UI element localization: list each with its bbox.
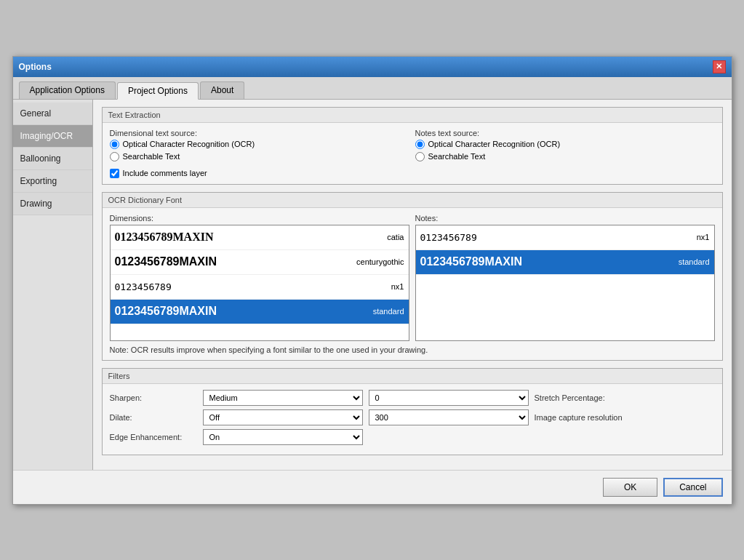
dimensions-font-group: Dimensions: 0123456789MAXIN catia 012345… bbox=[110, 214, 409, 341]
dimensional-searchable-label: Searchable Text bbox=[123, 152, 180, 161]
content-area: General Imaging/OCR Ballooning Exporting… bbox=[13, 100, 732, 470]
notes-font-nx1-name: nx1 bbox=[697, 233, 710, 241]
ocr-dictionary-title: OCR Dictionary Font bbox=[103, 193, 722, 208]
dialog-title: Options bbox=[19, 62, 52, 72]
sidebar-item-general[interactable]: General bbox=[13, 103, 92, 125]
dim-font-centurygothic[interactable]: 0123456789MAXIN centurygothic bbox=[111, 250, 409, 275]
notes-source-label: Notes text source: bbox=[415, 129, 715, 137]
notes-ocr-row: Optical Character Recognition (OCR) bbox=[415, 140, 715, 149]
dilate-label: Dilate: bbox=[110, 413, 197, 422]
dimensional-ocr-radio[interactable] bbox=[110, 140, 119, 149]
edge-select[interactable]: On Off bbox=[203, 429, 363, 445]
ocr-dictionary-content: Dimensions: 0123456789MAXIN catia 012345… bbox=[103, 208, 722, 360]
dim-font-catia-name: catia bbox=[387, 233, 404, 241]
title-bar: Options ✕ bbox=[13, 57, 732, 77]
edge-row: Edge Enhancement: On Off bbox=[110, 429, 715, 445]
notes-searchable-label: Searchable Text bbox=[428, 152, 486, 161]
notes-font-nx1[interactable]: 0123456789 nx1 bbox=[416, 225, 714, 250]
main-panel: Text Extraction Dimensional text source:… bbox=[93, 100, 732, 470]
notes-font-standard[interactable]: 0123456789MAXIN standard bbox=[416, 250, 714, 275]
tab-application[interactable]: Application Options bbox=[19, 81, 116, 99]
dim-font-centurygothic-name: centurygothic bbox=[356, 257, 404, 266]
ocr-dict-grid: Dimensions: 0123456789MAXIN catia 012345… bbox=[110, 214, 715, 341]
sidebar-item-ballooning[interactable]: Ballooning bbox=[13, 148, 92, 170]
edge-label: Edge Enhancement: bbox=[110, 433, 197, 441]
text-extraction-content: Dimensional text source: Optical Charact… bbox=[103, 123, 722, 184]
include-comments-label: Include comments layer bbox=[123, 169, 207, 177]
dim-font-standard[interactable]: 0123456789MAXIN standard bbox=[111, 300, 409, 324]
dim-font-catia-preview: 0123456789MAXIN bbox=[115, 231, 214, 244]
sidebar-item-imaging[interactable]: Imaging/OCR bbox=[13, 125, 92, 148]
dimensional-searchable-radio[interactable] bbox=[110, 152, 119, 161]
resolution-label: Image capture resolution bbox=[535, 413, 623, 422]
notes-font-group: Notes: 0123456789 nx1 0123456789MAXIN st… bbox=[415, 214, 715, 341]
notes-font-nx1-preview: 0123456789 bbox=[420, 232, 477, 243]
tab-project[interactable]: Project Options bbox=[117, 82, 199, 100]
tab-about[interactable]: About bbox=[200, 81, 244, 99]
sidebar: General Imaging/OCR Ballooning Exporting… bbox=[13, 100, 93, 470]
notes-ocr-radio[interactable] bbox=[415, 140, 425, 149]
include-comments-row: Include comments layer bbox=[110, 169, 715, 178]
dimensional-label: Dimensional text source: bbox=[110, 129, 409, 137]
notes-ocr-label: Optical Character Recognition (OCR) bbox=[428, 140, 561, 148]
notes-font-standard-name: standard bbox=[679, 257, 710, 266]
cancel-button[interactable]: Cancel bbox=[663, 478, 722, 497]
filters-content: Sharpen: Medium Low High Off 0 Stretch P… bbox=[103, 384, 722, 455]
dimensional-ocr-row: Optical Character Recognition (OCR) bbox=[110, 140, 409, 149]
bottom-bar: OK Cancel bbox=[13, 470, 732, 504]
sidebar-item-drawing[interactable]: Drawing bbox=[13, 193, 92, 215]
sharpen-select[interactable]: Medium Low High Off bbox=[203, 390, 363, 406]
dim-font-catia[interactable]: 0123456789MAXIN catia bbox=[111, 225, 409, 250]
dimensions-font-label: Dimensions: bbox=[110, 214, 409, 223]
dimensional-ocr-label: Optical Character Recognition (OCR) bbox=[123, 140, 255, 148]
include-comments-checkbox[interactable] bbox=[110, 169, 119, 178]
dim-font-centurygothic-preview: 0123456789MAXIN bbox=[115, 255, 217, 268]
ocr-note: Note: OCR results improve when specifyin… bbox=[110, 345, 715, 354]
dilate-select[interactable]: Off Low Medium High bbox=[203, 409, 363, 425]
notes-searchable-radio[interactable] bbox=[415, 152, 425, 161]
dimensional-searchable-row: Searchable Text bbox=[110, 152, 409, 161]
options-dialog: Options ✕ Application Options Project Op… bbox=[12, 56, 732, 505]
filters-title: Filters bbox=[103, 369, 722, 384]
stretch-label: Stretch Percentage: bbox=[535, 393, 605, 402]
sharpen-label: Sharpen: bbox=[110, 393, 197, 402]
notes-font-label: Notes: bbox=[415, 214, 715, 223]
dilate-row: Dilate: Off Low Medium High 300 Image ca… bbox=[110, 409, 715, 425]
text-extraction-title: Text Extraction bbox=[103, 108, 722, 123]
dim-font-standard-preview: 0123456789MAXIN bbox=[115, 305, 217, 318]
close-button[interactable]: ✕ bbox=[713, 60, 726, 73]
dim-font-standard-name: standard bbox=[373, 307, 404, 316]
filters-section: Filters Sharpen: Medium Low High Off 0 bbox=[102, 368, 723, 455]
ocr-dictionary-section: OCR Dictionary Font Dimensions: 01234567… bbox=[102, 192, 723, 361]
notes-group: Notes text source: Optical Character Rec… bbox=[415, 129, 715, 164]
dimensions-font-list[interactable]: 0123456789MAXIN catia 0123456789MAXIN ce… bbox=[110, 225, 409, 341]
text-extraction-section: Text Extraction Dimensional text source:… bbox=[102, 107, 723, 185]
text-extraction-grid: Dimensional text source: Optical Charact… bbox=[110, 129, 715, 164]
sidebar-item-exporting[interactable]: Exporting bbox=[13, 170, 92, 193]
sharpen-value-select[interactable]: 0 bbox=[369, 390, 529, 406]
sharpen-row: Sharpen: Medium Low High Off 0 Stretch P… bbox=[110, 390, 715, 406]
ok-button[interactable]: OK bbox=[603, 478, 657, 497]
notes-font-list[interactable]: 0123456789 nx1 0123456789MAXIN standard bbox=[415, 225, 715, 341]
dimensional-group: Dimensional text source: Optical Charact… bbox=[110, 129, 409, 164]
tabs-row: Application Options Project Options Abou… bbox=[13, 77, 732, 100]
dim-font-nx1-preview: 0123456789 bbox=[115, 281, 172, 292]
dim-font-nx1[interactable]: 0123456789 nx1 bbox=[111, 275, 409, 300]
notes-searchable-row: Searchable Text bbox=[415, 152, 715, 161]
dilate-value-select[interactable]: 300 bbox=[369, 409, 529, 425]
notes-font-standard-preview: 0123456789MAXIN bbox=[420, 255, 523, 268]
dim-font-nx1-name: nx1 bbox=[391, 282, 404, 291]
